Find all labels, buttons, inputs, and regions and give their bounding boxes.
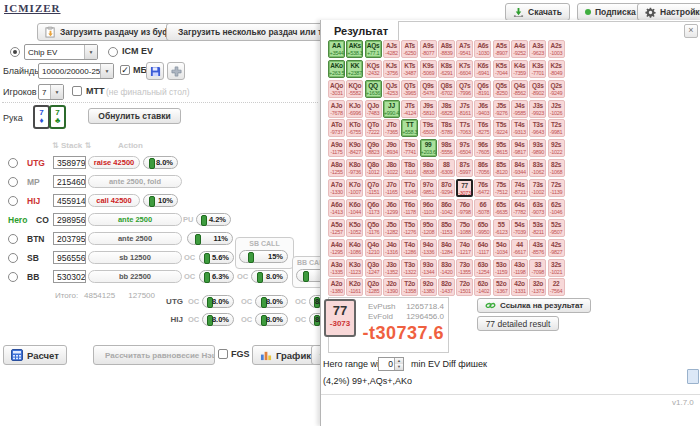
fgs-checkbox[interactable] [218,349,228,359]
add-blind-level-button[interactable] [167,62,185,80]
grid-cell-84o[interactable]: 84o-1284 [438,239,455,257]
action-button-BTN[interactable]: ante 2500 [88,232,182,245]
grid-cell-KK[interactable]: KK+2387 [346,60,363,78]
grid-cell-97o[interactable]: 97o-9851 [420,179,437,197]
grid-cell-J3o[interactable]: J3o-1352 [383,259,400,277]
grid-cell-J2s[interactable]: J2s-1026 [548,100,565,118]
grid-cell-K3o[interactable]: K3o-1123 [346,259,363,277]
range-slider-SB-0[interactable]: 5.6% [199,251,234,264]
grid-cell-54s[interactable]: 54s-7039 [511,219,528,237]
grid-cell-A7s[interactable]: A7s-9541 [456,40,473,58]
grid-cell-J5o[interactable]: J5o-1282 [383,219,400,237]
grid-cell-33[interactable]: 33-7098 [529,259,546,277]
grid-cell-64o[interactable]: 64o-1117 [474,239,491,257]
hero-card-1[interactable]: 7 ♦ [33,105,50,129]
grid-cell-96s[interactable]: 96s-7605 [474,139,491,157]
action-button-MP[interactable]: ante 2500, fold [88,175,182,188]
grid-cell-96o[interactable]: 96o-1103 [420,199,437,217]
grid-cell-K9s[interactable]: K9s-5069 [420,60,437,78]
grid-cell-86o[interactable]: 86o-1042 [438,199,455,217]
grid-cell-A9o[interactable]: A9o-1175 [328,139,345,157]
grid-cell-J4s[interactable]: J4s-9585 [511,100,528,118]
grid-cell-A7o[interactable]: A7o-1330 [328,179,345,197]
grid-cell-T6s[interactable]: T6s-8275 [474,119,491,137]
grid-cell-A6o[interactable]: A6o-1413 [328,199,345,217]
grid-cell-99[interactable]: 99+203.6 [420,139,437,157]
grid-cell-Q5o[interactable]: Q5o-1176 [365,219,382,237]
grid-cell-53o[interactable]: 53o-1159 [493,259,510,277]
grid-cell-Q2s[interactable]: Q2s-9249 [548,80,565,98]
grid-cell-65o[interactable]: 65o-9950 [474,219,491,237]
call-slider-HIJ-1[interactable]: 8.0% [255,313,288,326]
grid-cell-AJs[interactable]: AJs-4282 [383,40,400,58]
grid-cell-T7o[interactable]: T7o-1048 [401,179,418,197]
grid-cell-A8s[interactable]: A8s-8839 [438,40,455,58]
grid-cell-73o[interactable]: 73o-1355 [456,259,473,277]
players-select[interactable]: 7 ▼ [38,84,64,100]
slider-handle[interactable] [303,271,309,282]
grid-cell-A5s[interactable]: A5s-8907 [493,40,510,58]
grid-cell-76s[interactable]: 76s-6472 [474,179,491,197]
grid-cell-52o[interactable]: 52o-1367 [493,278,510,296]
slider-handle[interactable] [204,253,210,264]
grid-cell-Q2o[interactable]: Q2o-1285 [365,278,382,296]
grid-cell-95o[interactable]: 95o-1208 [420,219,437,237]
grid-cell-74o[interactable]: 74o-1217 [456,239,473,257]
slider-handle[interactable] [204,272,210,283]
grid-cell-J6o[interactable]: J6o-1299 [383,199,400,217]
grid-cell-92o[interactable]: 92o-1380 [420,278,437,296]
grid-cell-T4s[interactable]: T4s-9313 [511,119,528,137]
grid-cell-Q3s[interactable]: Q3s-8902 [529,80,546,98]
seat-radio-HIJ[interactable] [8,196,18,206]
grid-cell-AKs[interactable]: AKs+538.3 [346,40,363,58]
grid-cell-A3s[interactable]: A3s-9623 [529,40,546,58]
grid-cell-Q9s[interactable]: Q9s-5476 [420,80,437,98]
grid-cell-43s[interactable]: 43s-8576 [529,239,546,257]
grid-cell-QJo[interactable]: QJo-7483 [365,100,382,118]
grid-cell-QTs[interactable]: QTs-3965 [401,80,418,98]
grid-cell-75o[interactable]: 75o-1088 [456,219,473,237]
grid-cell-K5s[interactable]: K5s-7044 [493,60,510,78]
grid-cell-64s[interactable]: 64s-7782 [511,199,528,217]
grid-cell-T3s[interactable]: T3s-9643 [529,119,546,137]
grid-cell-77[interactable]: 77-3073 [456,179,473,197]
reset-bets-button[interactable]: Обнулить ставки [88,108,181,124]
grid-cell-J7s[interactable]: J7s-8161 [456,100,473,118]
grid-cell-98o[interactable]: 98o-8838 [420,159,437,177]
grid-cell-AKo[interactable]: AKo+263.5 [328,60,345,78]
grid-cell-K2s[interactable]: K2s-8049 [548,60,565,78]
grid-cell-A6s[interactable]: A6s-1030 [474,40,491,58]
grid-cell-22[interactable]: 22-7564 [548,278,565,296]
grid-cell-44[interactable]: 44-6617 [511,239,528,257]
grid-cell-Q6o[interactable]: Q6o-1173 [365,199,382,217]
grid-cell-KQs[interactable]: KQs-2432 [365,60,382,78]
grid-cell-K6o[interactable]: K6o-1044 [346,199,363,217]
grid-cell-QQ[interactable]: QQ+1636 [365,80,382,98]
grid-cell-KJs[interactable]: KJs-3756 [383,60,400,78]
copy-range-icon[interactable] [687,369,699,384]
icm-ev-radio[interactable] [108,47,118,57]
grid-cell-KQo[interactable]: KQo-5582 [346,80,363,98]
slider-handle[interactable] [149,196,155,207]
grid-cell-A2o[interactable]: A2o-1380 [328,278,345,296]
subscription-button[interactable]: Подписка [577,3,644,21]
grid-cell-85o[interactable]: 85o-1153 [438,219,455,237]
calculate-button[interactable]: Расчет [3,345,67,365]
grid-cell-J3s[interactable]: J3s-9923 [529,100,546,118]
grid-cell-A4o[interactable]: A4o-1295 [328,239,345,257]
grid-cell-T9s[interactable]: T9s-6500 [420,119,437,137]
grid-cell-J9o[interactable]: J9o-8934 [383,139,400,157]
action-button-BB[interactable]: bb 22500 [88,270,182,283]
grid-cell-K8o[interactable]: K8o-9736 [346,159,363,177]
grid-cell-32o[interactable]: 32o-1373 [529,278,546,296]
grid-cell-T5o[interactable]: T5o-1276 [401,219,418,237]
stack-input-CO[interactable] [53,213,86,226]
hero-card-2[interactable]: 7 ♣ [49,105,66,129]
grid-cell-32s[interactable]: 32s-1021 [548,259,565,277]
result-link-button[interactable]: Ссылка на результат [477,298,591,313]
seat-radio-MP[interactable] [8,177,18,187]
grid-cell-J6s[interactable]: J6s-9403 [474,100,491,118]
grid-cell-63o[interactable]: 63o-1254 [474,259,491,277]
grid-cell-63s[interactable]: 63s-9073 [529,199,546,217]
range-slider-HIJ-0[interactable]: 10% [143,194,178,207]
